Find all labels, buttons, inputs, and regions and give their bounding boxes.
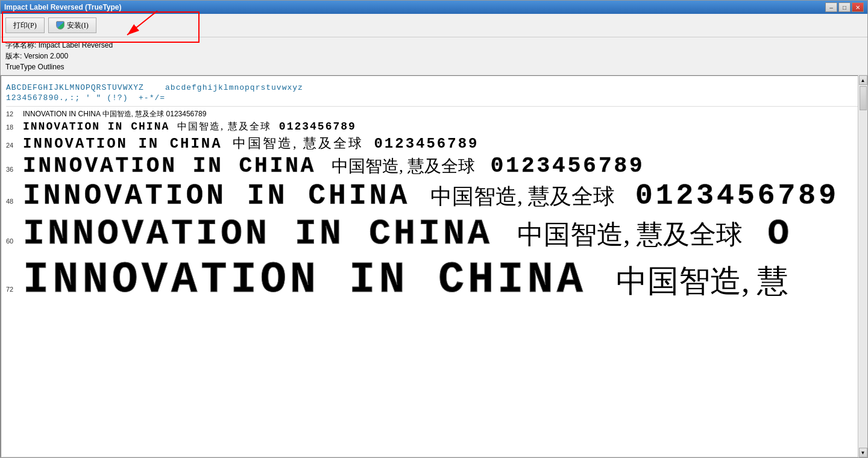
sample-row-72: 72 INNOVATION IN CHINA 中国智造, 慧 <box>6 256 862 305</box>
size-label-12: 12 <box>6 110 23 118</box>
scroll-up-button[interactable]: ▲ <box>859 75 867 85</box>
size-label-18: 18 <box>6 124 23 131</box>
size-label-60: 60 <box>6 237 23 245</box>
sample-row-36: 36 INNOVATION IN CHINA 中国智造, 慧及全球 012345… <box>6 154 862 178</box>
font-version: 版本: Version 2.000 <box>5 51 863 61</box>
sample-text-72: INNOVATION IN CHINA 中国智造, 慧 <box>23 256 788 305</box>
minimize-button[interactable]: – <box>825 2 837 12</box>
sample-text-48: INNOVATION IN CHINA 中国智造, 慧及全球 012345678… <box>23 180 839 212</box>
size-label-36: 36 <box>6 166 23 173</box>
font-preview[interactable]: ABCDEFGHIJKLMNOPQRSTUVWXYZ abcdefghijklm… <box>1 75 867 457</box>
size-label-72: 72 <box>6 286 23 293</box>
sample-text-36: INNOVATION IN CHINA 中国智造, 慧及全球 012345678… <box>23 154 645 178</box>
scroll-down-button[interactable]: ▼ <box>859 448 867 457</box>
sample-row-12: 12 INNOVATION IN CHINA 中国智造, 慧及全球 012345… <box>6 109 862 119</box>
close-button[interactable]: ✕ <box>852 2 864 12</box>
print-label: 打印(P) <box>13 20 37 31</box>
shield-icon <box>56 21 64 30</box>
install-label: 安装(I) <box>67 20 89 31</box>
size-label-48: 48 <box>6 198 23 205</box>
charset-row-1: ABCDEFGHIJKLMNOPQRSTUVWXYZ abcdefghijklm… <box>6 83 862 92</box>
scrollbar[interactable]: ▲ ▼ <box>858 75 867 457</box>
svg-line-1 <box>127 11 157 35</box>
toolbar: 打印(P) 安装(I) <box>1 14 867 37</box>
sample-text-60: INNOVATION IN CHINA 中国智造, 慧及全球 O <box>23 213 792 254</box>
sample-row-48: 48 INNOVATION IN CHINA 中国智造, 慧及全球 012345… <box>6 180 862 212</box>
size-label-24: 24 <box>6 142 23 149</box>
main-window: Impact Label Reversed (TrueType) – □ ✕ 打… <box>0 0 868 458</box>
scroll-thumb[interactable] <box>860 86 867 110</box>
print-button[interactable]: 打印(P) <box>5 17 45 33</box>
content-area: ABCDEFGHIJKLMNOPQRSTUVWXYZ abcdefghijklm… <box>1 75 867 457</box>
sample-text-24: INNOVATION IN CHINA 中国智造, 慧及全球 012345678… <box>23 134 479 152</box>
sample-row-60: 60 INNOVATION IN CHINA 中国智造, 慧及全球 O <box>6 213 862 254</box>
title-bar: Impact Label Reversed (TrueType) – □ ✕ <box>1 1 867 14</box>
font-type: TrueType Outlines <box>5 61 863 72</box>
font-info-section: 字体名称: Impact Label Reversed 版本: Version … <box>1 37 867 75</box>
sample-text-12: INNOVATION IN CHINA 中国智造, 慧及全球 012345678… <box>23 109 206 119</box>
charset-section: ABCDEFGHIJKLMNOPQRSTUVWXYZ abcdefghijklm… <box>6 81 862 107</box>
window-title: Impact Label Reversed (TrueType) <box>4 3 122 11</box>
title-bar-controls: – □ ✕ <box>825 2 864 12</box>
maximize-button[interactable]: □ <box>838 2 851 12</box>
install-button[interactable]: 安装(I) <box>48 17 96 33</box>
sample-row-18: 18 INNOVATION IN CHINA 中国智造, 慧及全球 012345… <box>6 121 862 133</box>
sample-text-18: INNOVATION IN CHINA 中国智造, 慧及全球 012345678… <box>23 121 356 133</box>
scroll-track <box>859 85 867 448</box>
sample-row-24: 24 INNOVATION IN CHINA 中国智造, 慧及全球 012345… <box>6 134 862 152</box>
font-name: 字体名称: Impact Label Reversed <box>5 40 863 51</box>
charset-row-2: 1234567890.,:; ' " (!?) +-*/= <box>6 93 862 102</box>
